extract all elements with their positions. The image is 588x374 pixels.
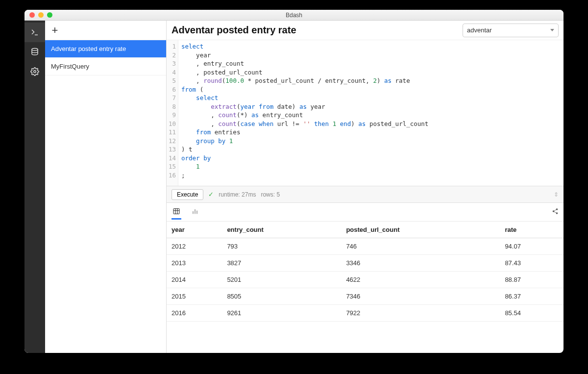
- share-button[interactable]: [552, 208, 559, 217]
- table-icon: [172, 207, 180, 215]
- table-cell: 2014: [167, 272, 222, 288]
- svg-point-12: [556, 212, 558, 214]
- sql-editor[interactable]: 12345678910111213141516 select year , en…: [167, 40, 564, 186]
- column-header[interactable]: entry_count: [222, 222, 341, 238]
- column-header[interactable]: rate: [500, 222, 564, 238]
- runtime-label: runtime: 27ms: [219, 191, 256, 198]
- bar-chart-icon: [191, 207, 199, 215]
- table-cell: 2016: [167, 305, 222, 322]
- table-cell: 87.43: [500, 255, 564, 272]
- svg-point-2: [34, 71, 36, 73]
- tab-chart[interactable]: [190, 205, 200, 220]
- table-row[interactable]: 20145201462288.87: [167, 272, 564, 288]
- resize-handle-icon[interactable]: ⇕: [554, 191, 559, 198]
- success-check-icon: ✓: [208, 191, 214, 198]
- share-icon: [552, 208, 559, 215]
- table-cell: 793: [222, 238, 341, 255]
- table-cell: 88.87: [500, 272, 564, 288]
- table-cell: 2015: [167, 288, 222, 305]
- table-cell: 9261: [222, 305, 341, 322]
- window-minimize-button[interactable]: [38, 12, 44, 18]
- editor-gutter: 12345678910111213141516: [167, 40, 178, 186]
- tab-table[interactable]: [172, 205, 181, 220]
- query-list-header: +: [45, 21, 166, 40]
- execute-button[interactable]: Execute: [172, 189, 203, 200]
- titlebar: Bdash: [24, 10, 564, 21]
- datasource-selected-label: adventar: [467, 26, 492, 34]
- column-header[interactable]: posted_url_count: [341, 222, 500, 238]
- table-row[interactable]: 20158505734686.37: [167, 288, 564, 305]
- table-cell: 5201: [222, 272, 341, 288]
- icon-sidebar: [24, 21, 45, 353]
- chevron-down-icon: [550, 29, 554, 31]
- nav-datasources-icon[interactable]: [24, 42, 45, 62]
- query-title[interactable]: Adventar posted entry rate: [172, 25, 463, 36]
- app-window: Bdash + Adventar posted entry rateMyFirs…: [24, 10, 564, 353]
- window-title: Bdash: [24, 12, 564, 19]
- table-row[interactable]: 20169261792285.54: [167, 305, 564, 322]
- table-cell: 94.07: [500, 238, 564, 255]
- results-body: 201279374694.0720133827334687.4320145201…: [167, 238, 564, 322]
- results-table: yearentry_countposted_url_countrate 2012…: [167, 222, 564, 322]
- query-list-item[interactable]: Adventar posted entry rate: [45, 40, 166, 58]
- table-cell: 3346: [341, 255, 500, 272]
- query-list-item[interactable]: MyFirstQuery: [45, 58, 166, 75]
- datasource-select[interactable]: adventar: [463, 24, 559, 37]
- svg-rect-3: [173, 209, 179, 214]
- main-header: Adventar posted entry rate adventar: [167, 21, 564, 40]
- traffic-lights: [24, 12, 52, 18]
- table-cell: 746: [341, 238, 500, 255]
- window-close-button[interactable]: [29, 12, 35, 18]
- results-header-row: yearentry_countposted_url_countrate: [167, 222, 564, 238]
- new-query-button[interactable]: +: [49, 24, 61, 37]
- result-tabs: [167, 203, 564, 222]
- nav-queries-icon[interactable]: [24, 23, 45, 42]
- table-cell: 4622: [341, 272, 500, 288]
- editor-code[interactable]: select year , entry_count , posted_url_c…: [178, 40, 564, 186]
- table-cell: 86.37: [500, 288, 564, 305]
- execute-bar: Execute ✓ runtime: 27ms rows: 5 ⇕: [167, 186, 564, 203]
- column-header[interactable]: year: [167, 222, 222, 238]
- main-panel: Adventar posted entry rate adventar 1234…: [167, 21, 564, 353]
- nav-settings-icon[interactable]: [24, 62, 45, 81]
- table-cell: 7922: [341, 305, 500, 322]
- svg-point-11: [553, 210, 555, 212]
- table-row[interactable]: 20133827334687.43: [167, 255, 564, 272]
- window-zoom-button[interactable]: [47, 12, 52, 18]
- table-cell: 2013: [167, 255, 222, 272]
- table-cell: 8505: [222, 288, 341, 305]
- table-cell: 7346: [341, 288, 500, 305]
- table-row[interactable]: 201279374694.07: [167, 238, 564, 255]
- rows-label: rows: 5: [261, 191, 280, 198]
- table-cell: 2012: [167, 238, 222, 255]
- svg-point-10: [556, 208, 558, 210]
- svg-point-1: [32, 49, 38, 51]
- table-cell: 85.54: [500, 305, 564, 322]
- table-cell: 3827: [222, 255, 341, 272]
- query-list-panel: + Adventar posted entry rateMyFirstQuery: [45, 21, 167, 353]
